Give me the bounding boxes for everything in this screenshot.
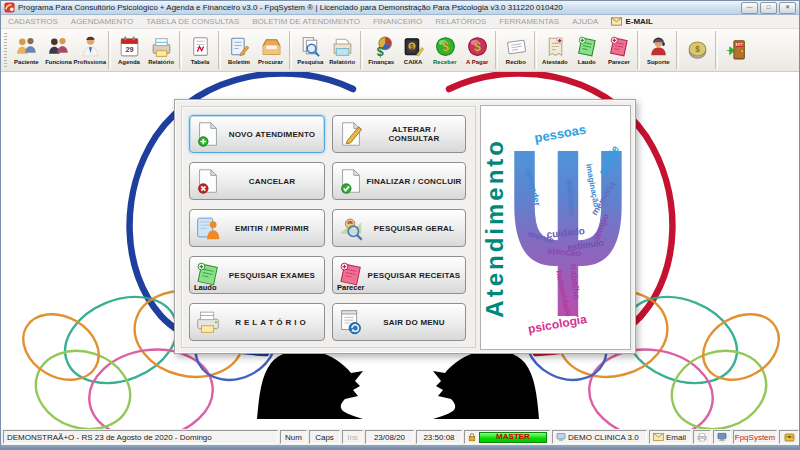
toolbar-item-receber[interactable]: $Receber xyxy=(429,30,461,70)
button-pesquisar-receitas[interactable]: PESQUISAR RECEITASParecer xyxy=(332,256,466,294)
vertical-title-text: Atendimento xyxy=(481,138,509,318)
button-pesquisar-geral[interactable]: PESQUISAR GERAL xyxy=(332,209,466,247)
toolbar-item-funciona[interactable]: Funciona xyxy=(42,30,74,70)
menu-item-agendamento[interactable]: AGENDAMENTO xyxy=(71,17,134,26)
clinic-icon xyxy=(556,432,566,442)
menu-item-e-mail[interactable]: E-MAIL xyxy=(611,17,653,26)
pay-icon: $ xyxy=(465,33,490,59)
email-icon xyxy=(653,433,664,441)
toolbar-item-paciente[interactable]: Paciente xyxy=(10,30,42,70)
toolbar-item-caixa[interactable]: $CAIXA xyxy=(397,30,429,70)
button-relatorio[interactable]: RELATÓRIO xyxy=(189,303,325,341)
toolbar-item-boletim[interactable]: Boletim xyxy=(223,30,255,70)
menu-item-label: AGENDAMENTO xyxy=(71,17,134,26)
menu-item-cadastros[interactable]: CADASTROS xyxy=(8,17,58,26)
toolbar-item-laudo[interactable]: Laudo xyxy=(571,30,603,70)
printer-icon xyxy=(193,306,223,338)
chest-icon xyxy=(784,432,795,442)
coin-icon: $ xyxy=(685,37,710,63)
button-label: EMITIR / IMPRIMIR xyxy=(223,224,324,233)
menu-item-relatorios[interactable]: RELATÓRIOS xyxy=(435,17,486,26)
parecer-icon xyxy=(607,33,632,59)
toolbar-item-label: Tabela xyxy=(191,60,210,66)
employees-icon xyxy=(46,33,71,59)
status-printer[interactable] xyxy=(693,430,711,444)
toolbar-item-label: Relatório xyxy=(148,60,174,66)
button-sair-do-menu[interactable]: SAIR DO MENU xyxy=(332,303,466,341)
main-menu-buttons: NOVO ATENDIMENTOALTERAR / CONSULTARCANCE… xyxy=(181,106,476,348)
maximize-button[interactable]: □ xyxy=(760,2,777,14)
status-ins: Ins xyxy=(342,430,363,444)
window-bottom-frame xyxy=(1,445,800,450)
button-finalizar-concluir[interactable]: FINALIZAR / CONCLUIR xyxy=(332,162,466,200)
head-silhouette-right xyxy=(433,350,539,420)
status-clinic: DEMO CLINICA 3.0 xyxy=(552,430,647,444)
close-button[interactable]: ✕ xyxy=(779,2,796,14)
toolbar-item-label: Profissiona xyxy=(74,60,107,66)
button-emitir-imprimir[interactable]: EMITIR / IMPRIMIR xyxy=(189,209,325,247)
toolbar-item-recibo[interactable]: Recibo xyxy=(500,30,532,70)
toolbar-item-procurar[interactable]: Procurar xyxy=(255,30,287,70)
status-time: 23:50:08 xyxy=(416,430,462,444)
menu-item-ajuda[interactable]: AJUDA xyxy=(572,17,598,26)
atendimento-art-panel: Atendimento Ψ pessoassaúdememóriaaprend xyxy=(480,105,631,350)
status-bar: DEMONSTRAÃ+O - RS 23 de Agosto de 2020 -… xyxy=(1,429,800,445)
exitmenu-icon xyxy=(336,306,366,338)
receipt-icon xyxy=(504,33,529,59)
menu-bar: CADASTROSAGENDAMENTOTABELA DE CONSULTASB… xyxy=(1,15,799,29)
exit-icon: EXIT xyxy=(724,37,749,63)
toolbar-item-a-pagar[interactable]: $A Pagar xyxy=(461,30,493,70)
newdoc-icon xyxy=(193,118,223,150)
menu-item-boletim-de-atendimento[interactable]: BOLETIM DE ATENDIMENTO xyxy=(252,17,360,26)
button-pesquisar-exames[interactable]: PESQUISAR EXAMESLaudo xyxy=(189,256,325,294)
toolbar-divider xyxy=(179,31,182,69)
report-icon xyxy=(149,33,174,59)
toolbar-item-label: Relatório xyxy=(329,60,355,66)
button-cancelar[interactable]: CANCELAR xyxy=(189,162,325,200)
toolbar-item-label: Finanças xyxy=(368,60,394,66)
toolbar-divider xyxy=(637,31,640,69)
button-label: CANCELAR xyxy=(223,177,324,186)
calendar-icon: 29 xyxy=(117,33,142,59)
bulletin-icon xyxy=(227,33,252,59)
toolbar-item-label: Laudo xyxy=(578,60,596,66)
status-user-name: MASTER xyxy=(479,432,547,443)
toolbar-item-suporte[interactable]: Suporte xyxy=(642,30,674,70)
menu-item-tabela-de-consultas[interactable]: TABELA DE CONSULTAS xyxy=(146,17,239,26)
status-clinic-name: DEMO CLINICA 3.0 xyxy=(568,433,639,442)
button-novo-atendimento[interactable]: NOVO ATENDIMENTO xyxy=(189,115,325,153)
toolbar-item-label: Procurar xyxy=(259,60,284,66)
toolbar-item-exit[interactable]: EXIT xyxy=(720,30,752,70)
toolbar-item-agenda[interactable]: 29Agenda xyxy=(113,30,145,70)
toolbar-divider xyxy=(534,31,537,69)
toolbar-item-parecer[interactable]: Parecer xyxy=(603,30,635,70)
toolbar-item-relatorio[interactable]: Relatório xyxy=(326,30,358,70)
svg-text:$: $ xyxy=(474,40,481,54)
toolbar-item-label: Boletim xyxy=(228,60,250,66)
menu-item-label: RELATÓRIOS xyxy=(435,17,486,26)
table-icon xyxy=(188,33,213,59)
professional-icon xyxy=(78,33,103,59)
toolbar-divider xyxy=(495,31,498,69)
button-label: SAIR DO MENU xyxy=(366,318,465,327)
toolbar-item-coin[interactable]: $ xyxy=(681,30,713,70)
toolbar-item-atestado[interactable]: Atestado xyxy=(539,30,571,70)
menu-item-label: FINANCEIRO xyxy=(373,17,422,26)
toolbar-item-pesquisa[interactable]: Pesquisa xyxy=(294,30,326,70)
toolbar-item-financas[interactable]: $Finanças xyxy=(365,30,397,70)
status-email[interactable]: Email xyxy=(649,430,691,444)
status-email-label: Email xyxy=(666,433,686,442)
toolbar-item-profissiona[interactable]: Profissiona xyxy=(74,30,106,70)
toolbar-item-relatorio[interactable]: Relatório xyxy=(145,30,177,70)
status-session: DEMONSTRAÃ+O - RS 23 de Agosto de 2020 -… xyxy=(3,430,278,444)
button-label: RELATÓRIO xyxy=(223,318,324,327)
toolbar-item-label: Agenda xyxy=(118,60,140,66)
minimize-button[interactable]: — xyxy=(741,2,758,14)
toolbar-item-tabela[interactable]: Tabela xyxy=(184,30,216,70)
menu-item-ferramentas[interactable]: FERRAMENTAS xyxy=(499,17,559,26)
menu-item-label: CADASTROS xyxy=(8,17,58,26)
toolbar-item-label: Paciente xyxy=(14,60,39,66)
vertical-title: Atendimento xyxy=(481,106,509,349)
menu-item-financeiro[interactable]: FINANCEIRO xyxy=(373,17,422,26)
button-alterar-consultar[interactable]: ALTERAR / CONSULTAR xyxy=(332,115,466,153)
